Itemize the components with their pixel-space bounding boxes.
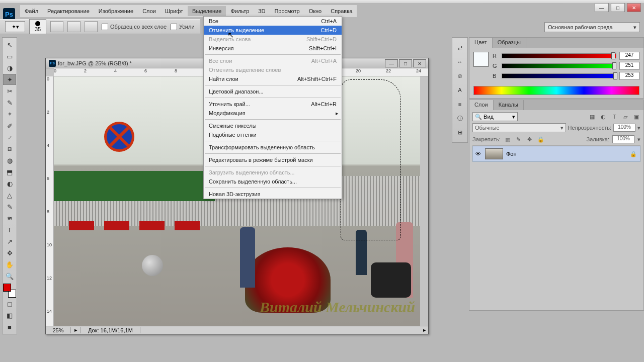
filter-adjust-icon[interactable]: ◐ bbox=[599, 113, 607, 121]
tool-13[interactable]: △ bbox=[3, 190, 16, 201]
menu-шрифт[interactable]: Шрифт bbox=[160, 6, 188, 16]
brush-picker[interactable]: 35 bbox=[29, 19, 46, 34]
menu-фильтр[interactable]: Фильтр bbox=[226, 6, 254, 16]
tab-swatches[interactable]: Образцы bbox=[493, 38, 526, 48]
lock-all-icon[interactable]: 🔒 bbox=[537, 135, 545, 143]
screen-mode-2[interactable]: ■ bbox=[3, 321, 16, 332]
menuitem-новая-3d-экструзия[interactable]: Новая 3D-экструзия bbox=[204, 190, 342, 199]
menu-файл[interactable]: Файл bbox=[20, 6, 43, 16]
tab-layers[interactable]: Слои bbox=[469, 100, 494, 110]
g-value[interactable]: 251 bbox=[619, 62, 639, 70]
color-picker[interactable] bbox=[3, 284, 16, 298]
b-value[interactable]: 253 bbox=[619, 72, 639, 80]
menuitem-подобные-оттенки[interactable]: Подобные оттенки bbox=[204, 130, 342, 139]
ruler-vertical[interactable]: 02468101214 bbox=[46, 76, 54, 326]
blend-mode-select[interactable]: Обычные▾ bbox=[472, 123, 566, 132]
lock-transparency-icon[interactable]: ▨ bbox=[504, 135, 512, 143]
g-slider[interactable] bbox=[502, 63, 616, 68]
layer-name[interactable]: Фон bbox=[506, 151, 517, 157]
tab-color[interactable]: Цвет bbox=[469, 38, 493, 48]
filter-smart-icon[interactable]: ▣ bbox=[632, 113, 640, 121]
menuitem-модификация[interactable]: Модификация▸ bbox=[204, 109, 342, 118]
tool-4[interactable]: ✂ bbox=[3, 85, 16, 97]
lock-pixels-icon[interactable]: ✎ bbox=[515, 135, 523, 143]
tool-5[interactable]: ✎ bbox=[3, 97, 16, 108]
menuitem-все[interactable]: ВсеCtrl+A bbox=[204, 17, 342, 26]
tool-9[interactable]: ⧈ bbox=[3, 143, 16, 154]
tool-7[interactable]: ✐ bbox=[3, 120, 16, 131]
lock-position-icon[interactable]: ✥ bbox=[526, 135, 534, 143]
menu-3d[interactable]: 3D bbox=[254, 6, 270, 16]
fill-value[interactable]: 100% bbox=[612, 135, 634, 143]
filter-shape-icon[interactable]: ▱ bbox=[621, 113, 629, 121]
dock-icon-4[interactable]: ≡ bbox=[454, 98, 466, 110]
tab-channels[interactable]: Каналы bbox=[494, 100, 524, 110]
app-minimize-button[interactable]: — bbox=[595, 3, 609, 12]
filter-type-icon[interactable]: T bbox=[610, 113, 618, 121]
tool-17[interactable]: ↗ bbox=[3, 236, 16, 247]
tool-11[interactable]: ⬒ bbox=[3, 166, 16, 177]
dock-icon-6[interactable]: ⊞ bbox=[454, 126, 466, 138]
tool-2[interactable]: ◑ bbox=[3, 62, 16, 73]
menuitem-смежные-пикселы[interactable]: Смежные пикселы bbox=[204, 121, 342, 130]
layer-visibility-icon[interactable]: 👁 bbox=[474, 151, 482, 157]
enhance-checkbox[interactable]: Усили bbox=[171, 24, 194, 30]
document-maximize-button[interactable]: □ bbox=[399, 59, 412, 67]
layer-thumbnail[interactable] bbox=[485, 148, 503, 159]
tool-14[interactable]: ✎ bbox=[3, 201, 16, 212]
zoom-level[interactable]: 25% bbox=[46, 327, 71, 333]
dock-icon-3[interactable]: A bbox=[454, 84, 466, 96]
tool-18[interactable]: ✥ bbox=[3, 247, 16, 258]
screen-mode-0[interactable]: ◻ bbox=[3, 298, 16, 309]
menu-слои[interactable]: Слои bbox=[138, 6, 160, 16]
menuitem-цветовой-диапазон-[interactable]: Цветовой диапазон... bbox=[204, 87, 342, 96]
tool-10[interactable]: ◍ bbox=[3, 155, 16, 166]
document-info[interactable]: Док: 16,1M/16,1M bbox=[81, 327, 140, 333]
menu-редактирование[interactable]: Редактирование bbox=[43, 6, 94, 16]
document-minimize-button[interactable]: — bbox=[385, 59, 398, 67]
menuitem-трансформировать-выделенную-область[interactable]: Трансформировать выделенную область bbox=[204, 143, 342, 152]
menu-справка[interactable]: Справка bbox=[326, 6, 357, 16]
layer-filter-select[interactable]: 🔍 Вид▾ bbox=[472, 112, 518, 121]
tool-16[interactable]: T bbox=[3, 224, 16, 235]
brush-panel-toggle[interactable] bbox=[50, 21, 63, 32]
screen-mode-1[interactable]: ◧ bbox=[3, 310, 16, 321]
menuitem-уточнить-край-[interactable]: Уточнить край...Alt+Ctrl+R bbox=[204, 100, 342, 109]
spectrum-picker[interactable] bbox=[473, 86, 639, 95]
dock-icon-1[interactable]: ↔ bbox=[454, 56, 466, 68]
layer-item-background[interactable]: 👁 Фон 🔒 bbox=[472, 146, 640, 162]
workspace-selector[interactable]: Основная рабочая среда▾ bbox=[544, 22, 640, 32]
menuitem-инверсия[interactable]: ИнверсияShift+Ctrl+I bbox=[204, 44, 342, 53]
tool-3[interactable]: ✦ bbox=[3, 74, 16, 85]
menu-окно[interactable]: Окно bbox=[304, 6, 327, 16]
b-slider[interactable] bbox=[502, 73, 616, 78]
app-maximize-button[interactable]: □ bbox=[611, 3, 625, 12]
menuitem-отменить-выделение[interactable]: Отменить выделениеCtrl+D bbox=[204, 26, 342, 35]
tool-15[interactable]: ≋ bbox=[3, 213, 16, 224]
tool-20[interactable]: 🔍 bbox=[3, 270, 16, 282]
filter-pixel-icon[interactable]: ▦ bbox=[588, 113, 596, 121]
menuitem-сохранить-выделенную-область-[interactable]: Сохранить выделенную область... bbox=[204, 177, 342, 186]
menu-выделение[interactable]: Выделение bbox=[188, 6, 226, 16]
dock-icon-0[interactable]: ⇄ bbox=[454, 42, 466, 54]
menu-просмотр[interactable]: Просмотр bbox=[270, 6, 304, 16]
tool-1[interactable]: ▭ bbox=[3, 51, 16, 62]
tool-0[interactable]: ↖ bbox=[3, 39, 16, 50]
menuitem-найти-слои[interactable]: Найти слоиAlt+Shift+Ctrl+F bbox=[204, 74, 342, 83]
dock-icon-2[interactable]: ⎚ bbox=[454, 70, 466, 82]
opacity-value[interactable]: 100% bbox=[613, 124, 635, 132]
option-icon-3[interactable] bbox=[85, 21, 98, 32]
app-close-button[interactable]: ✕ bbox=[627, 3, 641, 12]
tool-12[interactable]: ◐ bbox=[3, 178, 16, 189]
r-slider[interactable] bbox=[502, 53, 616, 58]
menuitem-редактировать-в-режиме-быстрой-маски[interactable]: Редактировать в режиме быстрой маски bbox=[204, 155, 342, 164]
menu-изображение[interactable]: Изображение bbox=[94, 6, 138, 16]
option-icon-2[interactable] bbox=[67, 21, 80, 32]
tool-19[interactable]: ✋ bbox=[3, 259, 16, 270]
tool-preset-picker[interactable]: ✦▾ bbox=[5, 21, 25, 32]
dock-icon-5[interactable]: ⓘ bbox=[454, 112, 466, 124]
tool-8[interactable]: ⟋ bbox=[3, 132, 16, 143]
tool-6[interactable]: ⌖ bbox=[3, 109, 16, 120]
color-swatch[interactable] bbox=[473, 52, 489, 67]
document-close-button[interactable]: ✕ bbox=[413, 59, 426, 67]
